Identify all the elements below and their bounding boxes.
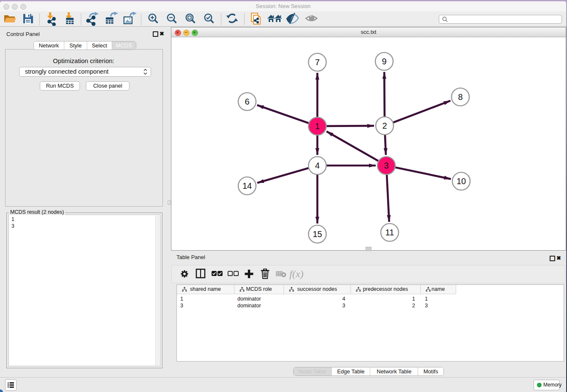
svg-text:3: 3 [384, 161, 388, 170]
svg-text:9: 9 [382, 57, 386, 66]
svg-text:6: 6 [245, 97, 249, 106]
svg-text:11: 11 [385, 228, 394, 237]
svg-text:15: 15 [313, 229, 322, 239]
svg-text:10: 10 [457, 177, 466, 186]
svg-text:1: 1 [315, 121, 319, 131]
svg-text:4: 4 [315, 161, 319, 170]
svg-text:2: 2 [382, 121, 387, 130]
svg-text:8: 8 [458, 92, 462, 102]
svg-text:14: 14 [242, 181, 252, 190]
svg-text:7: 7 [315, 58, 319, 67]
